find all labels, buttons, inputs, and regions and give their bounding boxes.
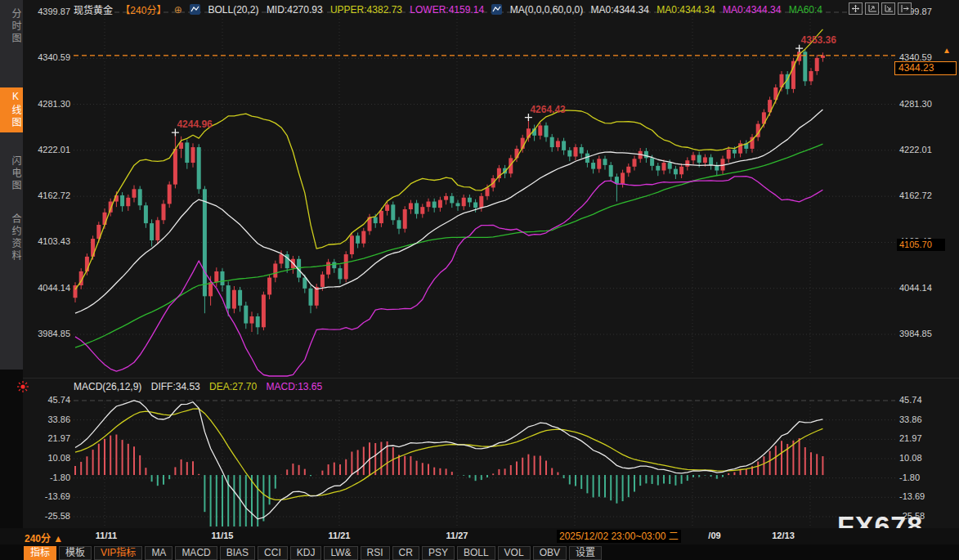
x-axis-label: 11/21 [315,531,364,540]
main-y-label-left: 4162.72 [25,190,70,200]
toolbar-button-OBV[interactable]: OBV [533,546,567,560]
macd-y-label-left: -1.80 [25,473,70,482]
main-y-label-right: 4162.72 [899,190,957,200]
x-axis-label: 11/15 [198,531,247,540]
main-y-label-left: 4340.59 [25,52,70,62]
boll-label: BOLL(20,2) [208,4,258,16]
indicator-toolbar: 指标模板VIP指标MAMACDBIASCCIKDJLW&RSICRPSYBOLL… [24,546,602,560]
x-axis-label: 11/27 [432,531,482,540]
toolbar-button-模板[interactable]: 模板 [59,546,92,560]
macd-y-label-left: -25.58 [25,511,70,521]
x-axis-label: 11/11 [82,531,131,540]
x-axis-label: /09 [690,531,739,540]
bar-time-tooltip: 2025/12/02 23:00~03:00 二 [557,530,681,543]
main-y-label-right: 4222.01 [899,145,957,155]
high-price-annotation: 4244.96 [177,119,212,130]
main-y-label-left: 4103.43 [25,236,70,246]
macd-diff-value: DIFF:34.53 [151,381,200,392]
trading-app-window: 分时图K线图闪电图合约资料 现货黄金 【240分】 ⊕ BOLL(20,2) M… [0,0,959,560]
toolbar-button-设置[interactable]: 设置 [569,546,602,560]
main-y-label-left: 4222.01 [25,145,70,155]
toolbar-button-BOLL[interactable]: BOLL [457,546,495,560]
macd-y-label-left: 45.74 [25,395,70,405]
toolbar-button-VIP指标[interactable]: VIP指标 [94,546,142,560]
ma60-value: MA60:4 [789,4,822,16]
indicator-header: 现货黄金 【240分】 ⊕ BOLL(20,2) MID:4270.93 UPP… [74,2,827,16]
ma-label: MA(0,0,0,60,0,0) [510,4,583,16]
ma-chip-icon[interactable] [491,4,502,15]
toolbar-button-CR[interactable]: CR [392,546,419,560]
main-y-label-left: 3984.85 [25,329,70,338]
macd-y-label-left: 10.08 [25,453,70,463]
macd-header: MACD(26,12,9) DIFF:34.53 DEA:27.70 MACD:… [74,381,329,392]
main-y-label-left: 4399.87 [25,7,70,16]
macd-dea-value: DEA:27.70 [209,381,257,392]
high-price-annotation: 4264.43 [530,104,565,115]
main-y-label-right: 4281.30 [899,99,957,109]
symbol-name: 现货黄金 [74,5,113,16]
price-up-arrow-icon: ▲ [943,46,951,55]
time-axis-row: 240分 ▲ 2025/12/02 23:00~03:00 二 11/1111/… [0,528,959,544]
toolbar-button-VOL[interactable]: VOL [498,546,531,560]
macd-y-label-right: 33.86 [899,414,957,424]
main-y-label-left: 4281.30 [25,99,70,109]
macd-y-label-left: 21.97 [25,433,70,443]
zoom-y-axis-icon[interactable] [865,2,879,15]
main-y-label-right: 4044.14 [899,283,957,293]
high-price-annotation: 4353.36 [801,34,836,46]
ma0-white-value: MA0:4344.34 [590,4,648,16]
toolbar-button-LW&[interactable]: LW& [324,546,357,560]
toolbar-button-MA[interactable]: MA [145,546,173,560]
toolbar-button-CCI[interactable]: CCI [258,546,288,560]
period-label: 【240分】 [120,5,166,16]
boll-mid-value: MID:4270.93 [267,4,323,16]
toolbar-button-MACD[interactable]: MACD [175,546,217,560]
macd-y-label-right: 21.97 [899,433,957,443]
live-indicator-icon [16,380,29,396]
toolbar-button-KDJ[interactable]: KDJ [290,546,322,560]
ma0-magenta-value: MA0:4344.34 [723,4,781,16]
zoom-x-axis-icon[interactable] [881,2,895,15]
boll-upper-value: UPPER:4382.73 [330,4,402,16]
main-y-label-right: 3984.85 [899,329,957,338]
boll-chip-icon[interactable] [190,4,200,15]
timeframe-label[interactable]: 240分 ▲ [25,531,63,544]
macd-y-label-right: 10.08 [899,453,957,463]
macd-macd-value: MACD:13.65 [266,381,322,392]
toolbar-button-PSY[interactable]: PSY [422,546,455,560]
chart-tool-icons [849,2,912,15]
toolbar-button-指标[interactable]: 指标 [24,546,56,560]
macd-y-label-right: 45.74 [899,395,957,405]
candlestick-chart[interactable] [0,0,959,560]
macd-y-label-left: -13.69 [25,491,70,501]
shift-right-icon[interactable] [898,2,912,15]
secondary-price-tag: 4105.70 [897,239,945,251]
macd-params-label: MACD(26,12,9) [74,381,141,392]
boll-lower-value: LOWER:4159.14 [410,4,484,16]
ma0-yellow-value: MA0:4344.34 [657,4,715,16]
circle-plus-icon[interactable]: ⊕ [174,4,182,16]
main-y-label-left: 4044.14 [25,283,70,293]
x-axis-label: 12/13 [759,531,808,540]
current-price-tag: 4344.23 [894,61,957,75]
macd-y-label-right: -1.80 [899,473,957,482]
toolbar-button-BIAS[interactable]: BIAS [220,546,255,560]
macd-y-label-left: 33.86 [25,414,70,424]
macd-y-label-right: -13.69 [899,491,957,501]
toolbar-button-RSI[interactable]: RSI [361,546,390,560]
pan-tool-icon[interactable] [849,2,863,15]
